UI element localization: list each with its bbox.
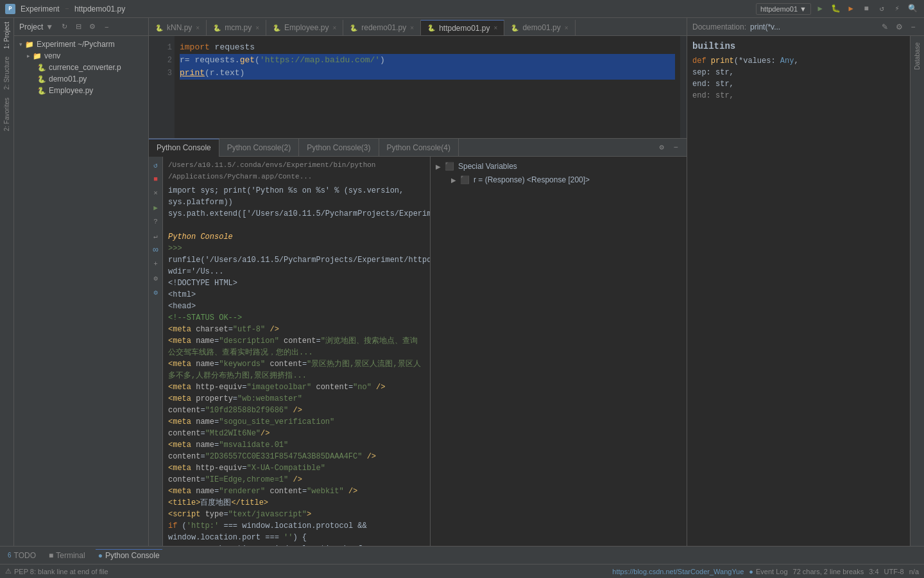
tab-employee[interactable]: 🐍 Employee.py × (266, 20, 343, 35)
console-tab-4[interactable]: Python Console(4) (379, 139, 459, 157)
stop-button[interactable]: ■ (860, 3, 873, 15)
debug-button[interactable]: 🐛 (829, 3, 842, 15)
demo-icon: 🐍 (511, 24, 518, 31)
redemo-icon: 🐍 (350, 24, 357, 31)
favorites-tab[interactable]: 2: Favorites (2, 94, 12, 135)
doc-edit-btn[interactable]: ✎ (879, 21, 891, 33)
doc-value: print(*v... (750, 22, 780, 31)
tab-demo-close[interactable]: × (565, 24, 569, 31)
tab-demo-label: demo01.py (522, 23, 560, 32)
console-html-line-12: <meta http-equiv="X-UA-Compatible" conte… (168, 462, 425, 486)
tab-mcm-label: mcm.py (225, 23, 252, 32)
url-status[interactable]: https://blog.csdn.net/StarCoder_WangYue (612, 568, 744, 575)
editor-area: 🐍 kNN.py × 🐍 mcm.py × 🐍 Employee.py × 🐍 … (149, 18, 687, 546)
editor-scrollbar[interactable] (680, 36, 687, 138)
right-panel-header: Documentation: print(*v... ✎ ⚙ − (687, 18, 924, 36)
sidebar-sync-btn[interactable]: ↻ (58, 21, 70, 33)
console-tab-3[interactable]: Python Console(3) (299, 139, 379, 157)
sidebar-close-btn[interactable]: − (101, 21, 112, 33)
history-btn[interactable]: + (150, 258, 162, 270)
var-item-r[interactable]: ▶ ⬛ r = (Response) <Response [200]> (436, 173, 681, 186)
tab-knn-close[interactable]: × (196, 24, 200, 31)
special-vars-icon: ⬛ (445, 162, 454, 171)
console-output[interactable]: /Users/a10.11.5/.conda/envs/Experiment/b… (163, 157, 430, 546)
left-gutter: 1: Project 2: Structure 2: Favorites (0, 18, 14, 546)
code-area[interactable]: import requests r= requests.get('https:/… (175, 36, 680, 138)
tab-redemo-close[interactable]: × (410, 24, 414, 31)
console-runfile: >>> runfile('/Users/a10.11.5/PycharmProj… (168, 243, 425, 277)
python-console-tab[interactable]: ● Python Console (96, 549, 162, 561)
gear-btn[interactable]: ⚙ (150, 286, 162, 298)
close-console-btn[interactable]: × (150, 188, 162, 199)
tree-label-currence: currence_converter.p (49, 63, 121, 72)
tab-demo[interactable]: 🐍 demo01.py × (504, 20, 575, 35)
console-html-line-5: <meta charset="utf-8" /> (168, 324, 425, 335)
expand-arrow: ▾ (19, 41, 22, 48)
tab-mcm[interactable]: 🐍 mcm.py × (207, 20, 266, 35)
tab-httpdemo-close[interactable]: × (494, 24, 498, 31)
stop-console-btn[interactable]: ■ (150, 173, 162, 185)
tab-knn[interactable]: 🐍 kNN.py × (149, 20, 207, 35)
terminal-tab[interactable]: ■ Terminal (46, 550, 88, 561)
var-r-arrow: ▶ (451, 177, 456, 184)
settings-btn[interactable]: ⚙ (150, 272, 162, 284)
tree-label-venv: venv (44, 51, 60, 60)
special-variables-section[interactable]: ▶ ⬛ Special Variables (436, 159, 681, 173)
run-dropdown[interactable]: httpdemo01 ▼ (756, 3, 811, 15)
console-html-line-15: <script type="text/javascript"> (168, 509, 425, 520)
console-html-line-6: <meta name="description" content="浏览地图、搜… (168, 335, 425, 358)
code-editor[interactable]: 1 2 3 import requests r= requests.get('h… (149, 36, 687, 139)
tree-label-experiment: Experiment ~/Pycharm (37, 40, 115, 49)
console-tab-4-label: Python Console(4) (387, 143, 450, 152)
sidebar-gear-btn[interactable]: ⚙ (87, 21, 98, 33)
encoding-text: UTF-8 (884, 568, 904, 575)
tab-redemo[interactable]: 🐍 redemo01.py × (343, 20, 421, 35)
project-view-tab[interactable]: 1: Project (2, 18, 12, 53)
position-status[interactable]: 3:4 (869, 568, 878, 575)
run-button[interactable]: ▶ (814, 3, 826, 15)
right-panel: Documentation: print(*v... ✎ ⚙ − builtin… (687, 18, 924, 546)
tab-emp-close[interactable]: × (332, 24, 336, 31)
tab-httpdemo[interactable]: 🐍 httpdemo01.py × (421, 20, 504, 35)
var-r-name: r = (Response) <Response [200]> (474, 175, 590, 184)
console-tab-2[interactable]: Python Console(2) (219, 139, 299, 157)
venv-folder-icon: 📁 (33, 52, 42, 60)
encoding-status[interactable]: UTF-8 (884, 568, 904, 575)
autoscroll-btn[interactable]: ∞ (150, 244, 162, 256)
search-button[interactable]: 🔍 (906, 3, 919, 15)
tab-redemo-label: redemo01.py (361, 23, 406, 32)
event-log-status[interactable]: ● Event Log (749, 568, 787, 575)
doc-gear-btn[interactable]: ⚙ (893, 21, 905, 33)
tab-mcm-close[interactable]: × (255, 24, 259, 31)
build-button[interactable]: ⚡ (891, 3, 903, 15)
console-tab-1[interactable]: Python Console (149, 139, 219, 157)
event-log-icon: ● (749, 568, 753, 575)
doc-minimize-btn[interactable]: − (907, 21, 919, 33)
rerun-button[interactable]: ↺ (875, 3, 888, 15)
help-console-btn[interactable]: ? (150, 216, 162, 227)
todo-tab[interactable]: 6 TODO (5, 550, 38, 561)
console-toolbar: ⚙ − (651, 142, 687, 153)
sidebar-content: ▾ 📁 Experiment ~/Pycharm ▸ 📁 venv 🐍 curr… (14, 36, 148, 546)
console-minimize-btn[interactable]: − (670, 142, 681, 153)
doc-sig-3: end: str, (692, 78, 905, 90)
tree-item-currence[interactable]: 🐍 currence_converter.p (14, 62, 148, 73)
sidebar-collapse-btn[interactable]: ⊟ (73, 21, 84, 33)
tree-item-employee[interactable]: 🐍 Employee.py (14, 85, 148, 96)
warning-status[interactable]: ⚠ PEP 8: blank line at end of file (5, 567, 108, 575)
database-tab[interactable]: Database (912, 39, 922, 74)
console-gear-btn[interactable]: ⚙ (656, 142, 667, 153)
coverage-button[interactable]: ▶ (844, 3, 857, 15)
tree-item-demo01[interactable]: 🐍 demo01.py (14, 73, 148, 85)
app-icon: P (5, 4, 15, 14)
structure-view-tab[interactable]: 2: Structure (2, 53, 12, 94)
tree-item-experiment[interactable]: ▾ 📁 Experiment ~/Pycharm (14, 39, 148, 50)
run-console-btn[interactable]: ▶ (150, 202, 162, 213)
console-label: Python Console (168, 231, 425, 243)
rerun-console-btn[interactable]: ↺ (150, 159, 162, 171)
line-ending-status[interactable]: n/a (909, 568, 919, 575)
softrap-btn[interactable]: ↵ (150, 230, 162, 241)
tree-item-venv[interactable]: ▸ 📁 venv (14, 50, 148, 62)
console-layout: ↺ ■ × ▶ ? ↵ ∞ + ⚙ ⚙ /Users/a10.11.5/.con… (149, 157, 687, 546)
py-file-icon-demo: 🐍 (37, 75, 46, 83)
